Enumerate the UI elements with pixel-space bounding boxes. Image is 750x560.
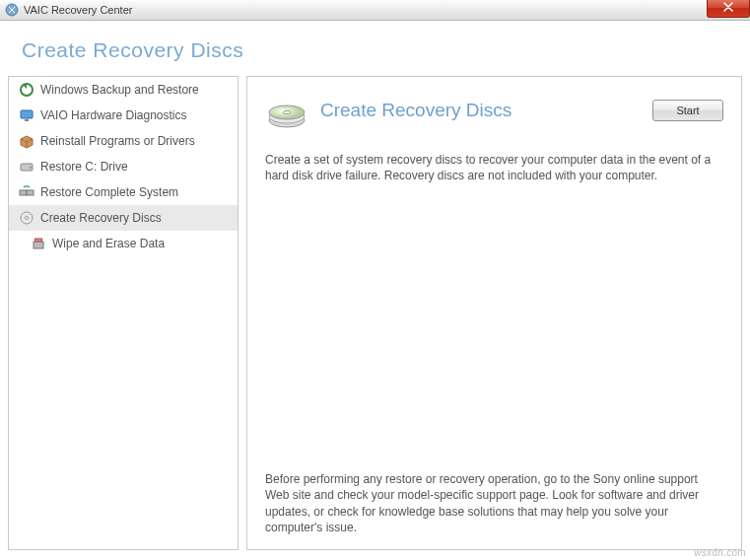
svg-rect-7 — [27, 190, 34, 195]
sidebar-item-reinstall-programs[interactable]: Reinstall Programs or Drivers — [9, 128, 238, 154]
start-button-label: Start — [676, 105, 699, 116]
watermark: wsxdn.com — [694, 547, 746, 558]
sidebar-item-label: Restore C: Drive — [40, 160, 128, 174]
sidebar-item-restore-complete-system[interactable]: Restore Complete System — [9, 179, 238, 205]
system-restore-icon — [19, 184, 34, 200]
titlebar: VAIC Recovery Center — [0, 0, 750, 21]
sidebar-item-hardware-diagnostics[interactable]: VAIO Hardware Diagnostics — [9, 103, 238, 128]
sidebar: Windows Backup and Restore VAIO Hardware… — [8, 76, 239, 550]
box-icon — [19, 133, 34, 149]
sidebar-item-label: VAIO Hardware Diagnostics — [40, 108, 187, 122]
sidebar-item-label: Reinstall Programs or Drivers — [40, 134, 195, 148]
page-header: Create Recovery Discs — [0, 21, 750, 76]
sidebar-item-label: Restore Complete System — [40, 185, 178, 199]
close-icon — [723, 1, 733, 15]
svg-rect-10 — [34, 242, 43, 248]
content-header: Create Recovery Discs Start — [265, 91, 723, 130]
svg-point-5 — [30, 167, 32, 169]
window-title: VAIC Recovery Center — [24, 4, 132, 16]
content-footer-note: Before performing any restore or recover… — [265, 471, 723, 537]
svg-point-14 — [283, 110, 291, 113]
app-icon — [4, 2, 20, 18]
svg-rect-6 — [20, 190, 27, 195]
close-button[interactable] — [707, 0, 750, 18]
sidebar-item-label: Wipe and Erase Data — [52, 237, 165, 250]
svg-rect-3 — [25, 119, 29, 121]
monitor-icon — [19, 107, 34, 123]
sidebar-item-windows-backup[interactable]: Windows Backup and Restore — [9, 77, 238, 103]
content-title: Create Recovery Discs — [320, 100, 641, 121]
page-title: Create Recovery Discs — [22, 38, 728, 62]
svg-point-9 — [26, 217, 29, 220]
sidebar-item-label: Windows Backup and Restore — [40, 83, 199, 97]
start-button[interactable]: Start — [652, 100, 723, 121]
sidebar-item-wipe-erase[interactable]: Wipe and Erase Data — [9, 231, 238, 256]
sidebar-item-create-recovery-discs[interactable]: Create Recovery Discs — [9, 205, 238, 231]
erase-icon — [31, 236, 46, 251]
content-description: Create a set of system recovery discs to… — [265, 152, 723, 183]
restore-icon — [19, 82, 34, 98]
drive-icon — [19, 159, 34, 175]
svg-rect-2 — [21, 110, 33, 118]
recovery-center-window: VAIC Recovery Center Create Recovery Dis… — [0, 0, 750, 560]
body: Windows Backup and Restore VAIO Hardware… — [0, 76, 750, 560]
disc-stack-icon — [265, 91, 308, 130]
content-panel: Create Recovery Discs Start Create a set… — [246, 76, 742, 550]
sidebar-item-restore-c-drive[interactable]: Restore C: Drive — [9, 154, 238, 179]
sidebar-item-label: Create Recovery Discs — [40, 211, 162, 225]
disc-icon — [19, 210, 34, 226]
